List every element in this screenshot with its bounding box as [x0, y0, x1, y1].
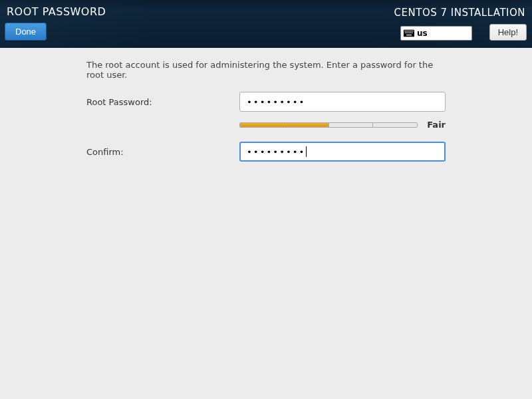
strength-segment-3: [329, 123, 374, 127]
text-cursor: [306, 146, 307, 157]
password-label: Root Password:: [86, 97, 239, 107]
content-area: The root account is used for administeri…: [0, 48, 532, 162]
svg-rect-11: [409, 33, 410, 33]
strength-segment-2: [285, 123, 329, 127]
svg-rect-2: [406, 31, 406, 31]
password-strength-bar: [239, 122, 418, 128]
done-button[interactable]: Done: [5, 23, 47, 41]
svg-rect-12: [410, 33, 411, 33]
password-strength-label: Fair: [427, 120, 446, 130]
svg-rect-8: [405, 33, 406, 33]
confirm-password-input[interactable]: •••••••••: [239, 142, 446, 162]
svg-rect-10: [408, 33, 408, 33]
keyboard-layout-label: us: [417, 29, 428, 38]
keyboard-icon: [404, 29, 414, 37]
instruction-text: The root account is used for administeri…: [86, 60, 446, 80]
keyboard-layout-selector[interactable]: us: [400, 26, 472, 41]
help-button[interactable]: Help!: [489, 24, 527, 41]
strength-segment-4: [373, 123, 417, 127]
svg-rect-9: [406, 33, 407, 33]
svg-rect-13: [412, 33, 412, 33]
password-row: Root Password: •••••••••: [86, 92, 446, 112]
root-password-input[interactable]: •••••••••: [239, 92, 446, 112]
svg-rect-5: [410, 31, 410, 31]
installer-title: CENTOS 7 INSTALLATION: [394, 7, 525, 19]
svg-rect-1: [404, 31, 405, 31]
strength-row: Fair: [239, 120, 446, 130]
svg-rect-6: [411, 31, 412, 31]
svg-rect-3: [407, 31, 408, 31]
svg-rect-4: [408, 31, 409, 31]
svg-rect-7: [412, 31, 413, 31]
installer-header: ROOT PASSWORD CENTOS 7 INSTALLATION Done…: [0, 0, 532, 48]
svg-rect-14: [406, 35, 412, 35]
confirm-label: Confirm:: [86, 147, 239, 157]
strength-segment-1: [240, 123, 285, 127]
page-title: ROOT PASSWORD: [7, 5, 106, 18]
confirm-row: Confirm: •••••••••: [86, 142, 446, 162]
